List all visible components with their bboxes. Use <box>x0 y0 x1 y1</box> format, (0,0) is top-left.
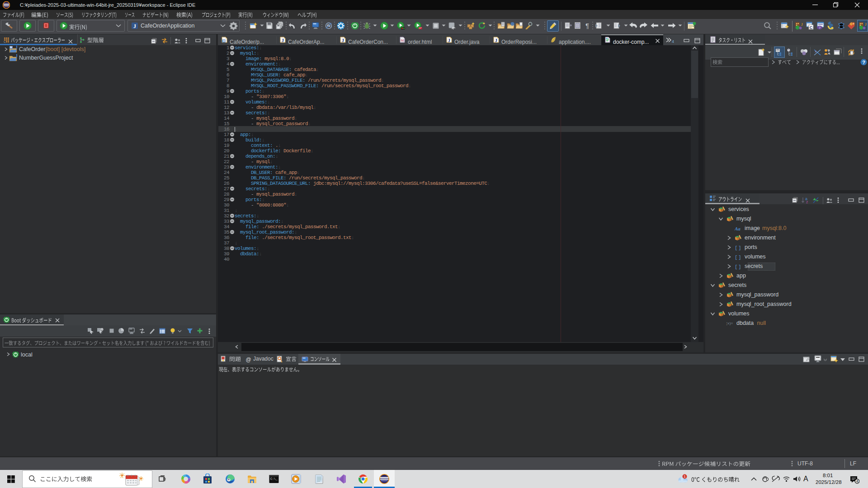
svg-text:?: ? <box>862 60 865 65</box>
svg-text:J: J <box>15 54 17 58</box>
svg-text:J: J <box>448 38 450 43</box>
svg-text:]: ] <box>738 245 741 251</box>
svg-text:J: J <box>15 46 17 50</box>
svg-text:]: ] <box>738 255 741 260</box>
svg-text:(x)=: (x)= <box>726 321 733 325</box>
svg-text:C: C <box>810 25 813 30</box>
svg-text:J: J <box>865 22 867 27</box>
svg-text:@: @ <box>245 357 251 362</box>
svg-text:4: 4 <box>856 479 859 483</box>
svg-text:C:\_: C:\_ <box>270 478 278 481</box>
svg-text:[: [ <box>735 255 738 260</box>
svg-text:?: ? <box>819 26 821 29</box>
svg-text:J: J <box>133 23 136 29</box>
svg-text:[: [ <box>735 264 738 270</box>
svg-text:z: z <box>806 200 808 204</box>
svg-text:]: ] <box>738 264 741 270</box>
svg-text:M: M <box>10 46 12 49</box>
svg-text:1: 1 <box>684 474 686 479</box>
svg-text:Aa: Aa <box>735 226 741 231</box>
svg-text:¶: ¶ <box>585 22 589 29</box>
svg-text:M: M <box>222 39 225 42</box>
svg-text:J: J <box>282 38 284 43</box>
svg-text:4: 4 <box>672 39 674 43</box>
svg-text:[: [ <box>735 245 738 251</box>
svg-text:J: J <box>495 38 497 43</box>
svg-text:J: J <box>342 38 344 43</box>
svg-text:ht: ht <box>401 39 404 42</box>
svg-text:J: J <box>801 22 803 27</box>
